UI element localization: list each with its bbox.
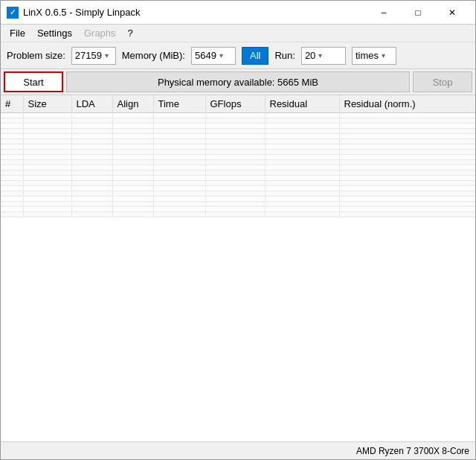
results-table: # Size LDA Align Time GFlops Residual Re…: [1, 95, 475, 217]
table-row: [1, 155, 475, 160]
problem-size-dropdown-arrow: ▾: [105, 51, 109, 60]
problem-size-label: Problem size:: [7, 50, 65, 61]
table-row: [1, 118, 475, 124]
table-row: [1, 129, 475, 134]
col-header-residual-norm: Residual (norm.): [339, 95, 475, 113]
run-count-dropdown[interactable]: 20 ▾: [301, 47, 346, 65]
table-row: [1, 139, 475, 144]
col-header-size: Size: [23, 95, 71, 113]
table-row: [1, 144, 475, 150]
table-row: [1, 124, 475, 129]
memory-label: Memory (MiB):: [122, 50, 185, 61]
all-button[interactable]: All: [242, 47, 268, 65]
close-button[interactable]: ✕: [435, 1, 469, 25]
table-row: [1, 197, 475, 202]
table-row: [1, 113, 475, 118]
status-bar: AMD Ryzen 7 3700X 8-Core: [1, 441, 475, 459]
table-row: [1, 160, 475, 165]
memory-dropdown-arrow: ▾: [219, 51, 223, 60]
table-row: [1, 191, 475, 197]
memory-dropdown[interactable]: 5649 ▾: [191, 47, 236, 65]
window-controls: – □ ✕: [367, 1, 469, 25]
table-row: [1, 165, 475, 170]
title-bar: ✓ LinX 0.6.5 - Simply Linpack – □ ✕: [1, 1, 475, 25]
start-button[interactable]: Start: [4, 71, 63, 92]
run-count-arrow: ▾: [318, 51, 322, 60]
menu-file[interactable]: File: [4, 26, 31, 40]
col-header-time: Time: [153, 95, 205, 113]
table-header-row: # Size LDA Align Time GFlops Residual Re…: [1, 95, 475, 113]
run-unit-dropdown[interactable]: times ▾: [352, 47, 396, 65]
menu-settings[interactable]: Settings: [31, 26, 78, 40]
menu-help[interactable]: ?: [122, 26, 139, 40]
main-window: ✓ LinX 0.6.5 - Simply Linpack – □ ✕ File…: [0, 0, 476, 460]
menu-graphs: Graphs: [78, 26, 122, 40]
results-table-container: # Size LDA Align Time GFlops Residual Re…: [1, 95, 475, 441]
minimize-button[interactable]: –: [367, 1, 401, 25]
menu-bar: File Settings Graphs ?: [1, 25, 475, 42]
status-display: Physical memory available: 5665 MiB: [66, 71, 410, 92]
table-row: [1, 176, 475, 181]
col-header-residual: Residual: [265, 95, 339, 113]
app-icon: ✓: [7, 7, 19, 19]
table-row: [1, 186, 475, 191]
maximize-button[interactable]: □: [401, 1, 435, 25]
table-row: [1, 150, 475, 155]
table-row: [1, 181, 475, 186]
table-row: [1, 170, 475, 176]
action-bar: Start Physical memory available: 5665 Mi…: [1, 69, 475, 95]
table-body: [1, 113, 475, 217]
stop-button[interactable]: Stop: [413, 71, 472, 92]
status-bar-right: AMD Ryzen 7 3700X 8-Core: [356, 446, 469, 456]
problem-size-dropdown[interactable]: 27159 ▾: [71, 47, 116, 65]
table-row: [1, 202, 475, 207]
col-header-lda: LDA: [71, 95, 112, 113]
window-title: LinX 0.6.5 - Simply Linpack: [23, 7, 367, 18]
run-label: Run:: [274, 50, 295, 61]
col-header-align: Align: [112, 95, 153, 113]
table-row: [1, 134, 475, 139]
table-row: [1, 212, 475, 217]
toolbar: Problem size: 27159 ▾ Memory (MiB): 5649…: [1, 42, 475, 69]
run-unit-arrow: ▾: [382, 51, 385, 60]
table-row: [1, 207, 475, 212]
col-header-hash: #: [1, 95, 23, 113]
col-header-gflops: GFlops: [205, 95, 265, 113]
